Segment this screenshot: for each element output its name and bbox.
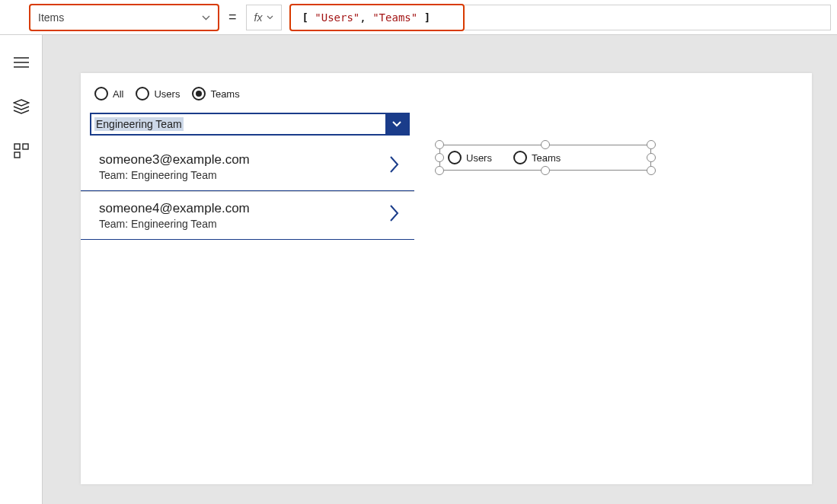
fx-button[interactable]: fx — [246, 5, 283, 30]
app-canvas[interactable]: All Users Teams Engineering Team — [81, 73, 812, 484]
list-item-email: someone3@example.com — [99, 152, 388, 167]
layers-icon[interactable] — [12, 97, 30, 116]
list-item[interactable]: someone3@example.com Team: Engineering T… — [81, 143, 414, 191]
resize-handle[interactable] — [647, 153, 656, 162]
sel-radio-teams-label: Teams — [532, 152, 561, 164]
resize-handle[interactable] — [647, 166, 656, 175]
resize-handle[interactable] — [647, 140, 656, 149]
radio-icon — [513, 151, 527, 164]
chevron-right-icon — [388, 203, 401, 229]
bracket-open: [ — [302, 11, 308, 24]
equals-sign: = — [228, 9, 237, 25]
components-icon[interactable] — [12, 142, 30, 160]
radio-users-label: Users — [154, 88, 180, 100]
team-combo[interactable]: Engineering Team — [90, 113, 410, 136]
list-item[interactable]: someone4@example.com Team: Engineering T… — [81, 191, 414, 240]
fx-label: fx — [254, 11, 263, 24]
canvas-area: All Users Teams Engineering Team — [43, 35, 837, 504]
svg-rect-0 — [14, 144, 20, 149]
radio-icon — [94, 87, 108, 100]
list-item-text: someone4@example.com Team: Engineering T… — [99, 201, 388, 230]
formula-string2: "Teams" — [372, 11, 417, 24]
svg-rect-1 — [23, 144, 28, 149]
bracket-close: ] — [424, 11, 430, 24]
view-filter-radio-group: All Users Teams — [94, 87, 240, 100]
hamburger-icon[interactable] — [12, 53, 30, 72]
resize-handle[interactable] — [435, 140, 444, 149]
list-item-team: Team: Engineering Team — [99, 169, 388, 181]
property-dropdown[interactable]: Items — [29, 4, 219, 31]
property-label: Items — [38, 11, 64, 24]
sel-radio-users[interactable]: Users — [448, 151, 492, 164]
resize-handle[interactable] — [435, 153, 444, 162]
combo-value: Engineering Team — [94, 117, 184, 131]
combo-value-area: Engineering Team — [91, 114, 385, 134]
formula-highlight: [ "Users" , "Teams" ] — [289, 4, 465, 31]
formula-sep: , — [359, 11, 366, 24]
radio-all-label: All — [113, 88, 123, 100]
resize-handle[interactable] — [541, 166, 550, 175]
left-rail — [0, 35, 43, 504]
result-list: someone3@example.com Team: Engineering T… — [81, 143, 414, 240]
radio-teams[interactable]: Teams — [192, 87, 239, 100]
chevron-down-icon — [391, 120, 402, 128]
sel-radio-teams[interactable]: Teams — [513, 151, 561, 164]
formula-string1: "Users" — [315, 11, 359, 24]
list-item-email: someone4@example.com — [99, 201, 388, 216]
resize-handle[interactable] — [435, 166, 444, 175]
combo-dropdown-button[interactable] — [385, 114, 408, 134]
radio-icon — [448, 151, 462, 164]
radio-users[interactable]: Users — [136, 87, 180, 100]
formula-bar: Items = fx [ "Users" , "Teams" ] — [0, 0, 837, 35]
list-item-text: someone3@example.com Team: Engineering T… — [99, 152, 388, 181]
svg-rect-2 — [14, 152, 20, 158]
resize-handle[interactable] — [541, 140, 550, 149]
selected-control[interactable]: Users Teams — [435, 140, 656, 175]
sel-radio-users-label: Users — [466, 152, 492, 164]
radio-icon — [136, 87, 149, 100]
formula-input[interactable]: [ "Users" , "Teams" ] — [297, 7, 457, 28]
radio-all[interactable]: All — [94, 87, 123, 100]
chevron-down-icon — [267, 13, 273, 21]
list-item-team: Team: Engineering Team — [99, 218, 388, 230]
radio-teams-label: Teams — [210, 88, 239, 100]
formula-bar-remainder[interactable] — [465, 5, 831, 30]
chevron-down-icon — [202, 12, 210, 23]
chevron-right-icon — [388, 154, 401, 180]
radio-icon — [192, 87, 206, 100]
